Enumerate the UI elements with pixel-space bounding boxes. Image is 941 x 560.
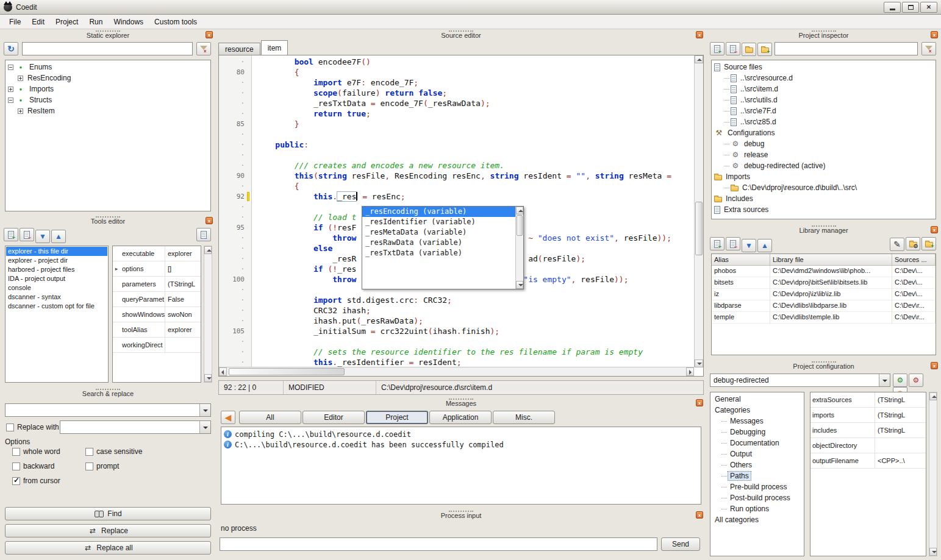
scroll-down-icon[interactable] (929, 548, 937, 556)
project-tree-item[interactable]: C:\Dev\dproj\resource.d\build\..\src\ (713, 182, 934, 193)
scroll-down-icon[interactable] (695, 360, 703, 367)
project-tree-item[interactable]: ⚙release (713, 149, 934, 160)
open-folder-button[interactable] (742, 43, 756, 56)
project-tree-item[interactable]: ..\src\resource.d (713, 73, 934, 83)
replace-button[interactable]: ⇄ Replace (5, 524, 211, 537)
column-header-alias[interactable]: Alias (712, 254, 770, 266)
property-value[interactable]: (TStringL (875, 396, 926, 403)
property-row[interactable]: outputFilename<CPP>..\ (810, 453, 926, 469)
tool-list-item[interactable]: IDA - project output (6, 274, 107, 283)
tool-list-item[interactable]: explorer - project dir (6, 256, 107, 265)
project-tree-item[interactable]: ..\src\item.d (713, 83, 934, 94)
message-row[interactable]: compiling C:\...\build\resource.d.coedit (221, 429, 701, 439)
menu-project[interactable]: Project (50, 16, 84, 28)
library-row[interactable]: phobosC:\Dev\dmd2\windows\lib\phob...C:\… (712, 266, 936, 277)
library-row[interactable]: libdparseC:\Dev\dlibs\libdparse.libC:\De… (712, 300, 936, 312)
tools-grid-scrollbar[interactable] (204, 246, 212, 383)
move-tool-down-button[interactable]: ▼ (35, 230, 50, 243)
minimize-button[interactable] (884, 2, 901, 13)
property-row[interactable]: extraSources(TStringL (810, 392, 926, 408)
column-header-libraryfile[interactable]: Library file (770, 254, 892, 266)
add-library-button[interactable]: + (710, 237, 725, 250)
project-tree-item[interactable]: Includes (713, 193, 934, 204)
filter-editor-button[interactable]: Editor (302, 411, 365, 424)
scroll-down-icon[interactable] (204, 374, 212, 382)
configuration-grid-scrollbar[interactable] (929, 392, 937, 556)
tool-list-item[interactable]: dscanner - syntax (6, 292, 107, 302)
scrollbar-thumb[interactable] (517, 215, 523, 236)
completion-item[interactable]: _resMetaData (variable) (362, 227, 515, 238)
completion-item[interactable]: _resRawData (variable) (362, 238, 515, 248)
checkbox-backward[interactable]: backward (12, 462, 54, 470)
completion-item[interactable]: _resEncoding (variable) (362, 207, 515, 217)
filter-all-button[interactable]: All (239, 411, 301, 424)
add-tool-button[interactable]: + (4, 228, 18, 241)
category-tree-item[interactable]: Categories (712, 405, 803, 416)
category-tree-item[interactable]: Paths (712, 470, 803, 481)
close-panel-button[interactable] (931, 31, 938, 38)
property-row[interactable]: imports(TStringL (810, 408, 926, 423)
inspector-filter-input[interactable] (775, 42, 918, 55)
project-tree-item[interactable]: Imports (713, 171, 934, 182)
message-row[interactable]: C:\...\build\resource.d.coedit has been … (221, 439, 701, 450)
remove-source-button[interactable]: − (726, 42, 740, 55)
category-tree-item[interactable]: Documentation (712, 438, 803, 448)
checkbox-from-cursor[interactable]: from cursor (12, 477, 60, 485)
scroll-up-icon[interactable] (516, 207, 523, 214)
property-row[interactable]: ▸options[] (113, 261, 201, 277)
run-tool-button[interactable]: → (196, 228, 211, 241)
clear-filter-button[interactable] (921, 42, 936, 55)
category-tree-item[interactable]: All categories (712, 514, 803, 525)
close-panel-button[interactable] (206, 31, 213, 38)
move-library-down-button[interactable]: ▼ (742, 239, 756, 252)
property-row[interactable]: executableexplorer (113, 246, 201, 261)
property-row[interactable]: showWindowsswoNon (113, 307, 201, 322)
project-tree-item[interactable]: Extra sources (713, 204, 934, 215)
remove-library-button[interactable]: − (726, 237, 740, 250)
chevron-down-icon[interactable] (879, 374, 890, 386)
menu-file[interactable]: File (4, 16, 26, 28)
add-source-button[interactable]: + (710, 42, 725, 55)
checkbox-case-sensitive[interactable]: case sensitive (85, 447, 142, 456)
library-row[interactable]: izC:\Dev\dproj\iz\lib\iz.libC:\Dev\... (712, 289, 936, 300)
collapse-icon[interactable] (8, 97, 13, 103)
editor-horizontal-scrollbar[interactable] (219, 367, 694, 376)
filter-project-button[interactable]: Project (366, 411, 428, 424)
completion-item[interactable]: _resIdentifier (variable) (362, 217, 515, 227)
property-row[interactable]: workingDirect (113, 338, 201, 353)
column-header-sources[interactable]: Sources ... (892, 254, 936, 266)
property-row[interactable]: toolAliasexplorer (113, 322, 201, 338)
category-tree-item[interactable]: Others (712, 459, 803, 470)
chevron-down-icon[interactable] (199, 404, 210, 416)
scroll-up-icon[interactable] (695, 55, 703, 63)
checkbox-whole-word[interactable]: whole word (12, 447, 60, 456)
category-tree-item[interactable]: Pre-build process (712, 481, 803, 492)
remove-configuration-button[interactable]: ⚙ (909, 374, 923, 387)
completion-popup[interactable]: _resEncoding (variable)_resIdentifier (v… (362, 206, 524, 289)
configuration-selector[interactable]: debug-redirected (710, 374, 890, 387)
property-row[interactable]: queryParametFalse (113, 292, 201, 307)
library-from-project-button[interactable]: ⚙ (906, 237, 920, 250)
tool-list-item[interactable]: explorer - this file dir (6, 247, 107, 256)
symbol-tree-item[interactable]: ●Structs (7, 94, 209, 105)
category-tree-item[interactable]: Post-build process (712, 492, 803, 503)
filter-misc-button[interactable]: Misc. (493, 411, 555, 424)
close-panel-button[interactable] (696, 31, 703, 38)
replace-combobox[interactable] (60, 420, 211, 434)
editor-vertical-scrollbar[interactable] (694, 55, 703, 367)
menu-custom-tools[interactable]: Custom tools (149, 16, 202, 28)
scroll-right-icon[interactable] (686, 367, 694, 376)
property-value[interactable]: <CPP>..\ (875, 457, 926, 464)
close-panel-button[interactable] (696, 511, 703, 519)
symbol-tree-item[interactable]: ResItem (7, 105, 209, 116)
menu-windows[interactable]: Windows (108, 16, 149, 28)
clear-filter-button[interactable] (196, 42, 211, 55)
scrollbar-thumb[interactable] (229, 368, 345, 375)
property-row[interactable]: parameters(TStringL (113, 277, 201, 292)
close-panel-button[interactable] (931, 362, 938, 369)
close-panel-button[interactable] (696, 399, 703, 406)
project-tree-item[interactable]: ⚙debug-redirected (active) (713, 160, 934, 171)
search-combobox[interactable] (5, 403, 211, 417)
property-value[interactable]: (TStringL (875, 427, 926, 434)
expand-icon[interactable] (18, 108, 23, 114)
